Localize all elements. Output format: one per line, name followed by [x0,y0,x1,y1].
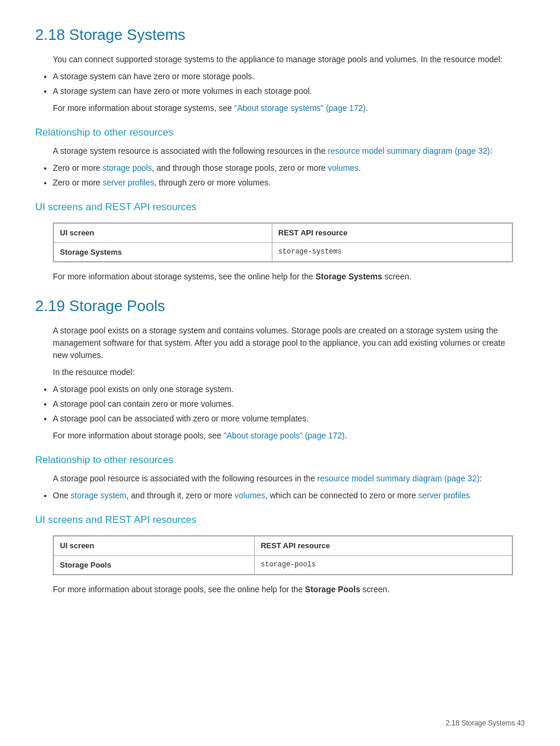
list-item: A storage pool can be associated with ze… [53,413,513,425]
table-row: Storage Pools storage-pools [54,555,512,575]
footer-prefix: For more information about storage syste… [53,272,315,281]
ui-screen-cell: Storage Systems [54,242,272,262]
page-footer: 2.18 Storage Systems 43 [446,718,525,728]
section-218-table: UI screen REST API resource Storage Syst… [53,222,513,262]
text: One [53,491,70,500]
footer-suffix: screen. [360,585,390,594]
section-218-ui-rest-title: UI screens and REST API resources [35,200,513,215]
section-218-relationship-intro: A storage system resource is associated … [53,145,513,157]
section-219-title: 2.19 Storage Pools [35,295,513,318]
section-219-relationship-title: Relationship to other resources [35,453,513,468]
text: Zero or more [53,178,103,187]
list-item: A storage pool can contain zero or more … [53,398,513,410]
section-219: 2.19 Storage Pools A storage pool exists… [35,295,513,596]
more-info-link[interactable]: "About storage systems" (page 172) [234,103,366,113]
ui-screen-cell: Storage Pools [54,555,255,575]
more-info-prefix: For more information about storage pools… [53,431,224,440]
footer-prefix: For more information about storage pools… [53,585,305,594]
more-info-prefix: For more information about storage syste… [53,103,234,113]
rest-api-cell: storage-pools [255,555,512,575]
list-item: One storage system, and through it, zero… [53,490,513,502]
section-219-intro: A storage pool exists on a storage syste… [53,325,513,362]
rel-intro-link[interactable]: resource model summary diagram (page 32) [328,146,490,156]
text: , which can be connected to zero or more [265,491,419,500]
section-218-bullets: A storage system can have zero or more s… [53,70,513,97]
rest-api-cell: storage-systems [272,242,512,262]
footer-bold: Storage Systems [315,272,382,281]
section-219-more-info: For more information about storage pools… [53,430,513,442]
more-info-link[interactable]: "About storage pools" (page 172) [224,431,345,440]
page: 2.18 Storage Systems You can connect sup… [0,0,560,746]
rel-intro-suffix: : [490,146,492,156]
rel-intro-link[interactable]: resource model summary diagram (page 32) [318,474,480,483]
text: . [359,163,361,173]
rel-intro-suffix: : [480,474,482,483]
rel-intro-prefix: A storage pool resource is associated wi… [53,474,318,483]
section-218-relationship-bullets: Zero or more storage pools, and through … [53,162,513,189]
section-219-ui-rest-title: UI screens and REST API resources [35,512,513,528]
section-218-footer: For more information about storage syste… [53,271,513,283]
footer-bold: Storage Pools [305,585,360,594]
storage-pools-link[interactable]: storage pools [103,163,152,173]
more-info-suffix: . [366,103,368,113]
col-rest-api: REST API resource [272,224,512,243]
section-219-resource-model-label: In the resource model: [53,366,513,379]
list-item: Zero or more storage pools, and through … [53,162,513,174]
footer-suffix: screen. [382,272,411,281]
server-profiles-link[interactable]: server profiles [419,491,470,500]
section-218-intro: You can connect supported storage system… [53,53,513,66]
text: Zero or more [53,163,103,173]
section-219-relationship-bullets: One storage system, and through it, zero… [53,490,513,502]
section-219-relationship-intro: A storage pool resource is associated wi… [53,472,513,485]
table-row: Storage Systems storage-systems [54,242,512,262]
section-218: 2.18 Storage Systems You can connect sup… [35,23,513,283]
text: , and through it, zero or more [126,491,234,500]
section-219-table: UI screen REST API resource Storage Pool… [53,535,513,575]
section-219-bullets: A storage pool exists on only one storag… [53,383,513,425]
col-ui-screen: UI screen [54,536,255,556]
text: , through zero or more volumes. [154,178,271,187]
text: , and through those storage pools, zero … [152,163,328,173]
col-rest-api: REST API resource [255,536,512,556]
list-item: A storage pool exists on only one storag… [53,383,513,396]
volumes-link[interactable]: volumes [235,491,265,500]
list-item: A storage system can have zero or more s… [53,70,513,83]
list-item: A storage system can have zero or more v… [53,85,513,97]
volumes-link[interactable]: volumes [328,163,359,173]
list-item: Zero or more server profiles, through ze… [53,177,513,189]
section-218-relationship-title: Relationship to other resources [35,125,513,140]
rel-intro-prefix: A storage system resource is associated … [53,146,328,156]
storage-system-link[interactable]: storage system [70,491,126,500]
section-218-title: 2.18 Storage Systems [35,23,513,46]
more-info-suffix: . [345,431,347,440]
col-ui-screen: UI screen [54,224,272,243]
section-219-footer: For more information about storage pools… [53,583,513,596]
section-218-more-info: For more information about storage syste… [53,102,513,114]
server-profiles-link[interactable]: server profiles [103,178,154,187]
